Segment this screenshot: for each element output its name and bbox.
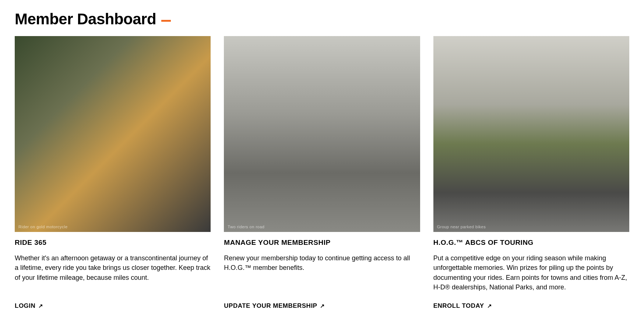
- card-description: Whether it's an afternoon getaway or a t…: [15, 253, 211, 292]
- link-label: ENROLL TODAY: [433, 302, 484, 310]
- page-title: Member Dashboard: [15, 10, 629, 28]
- card-title: RIDE 365: [15, 239, 211, 247]
- image-alt-label: Two riders on road: [228, 225, 264, 229]
- card-title: H.O.G.™ ABCS OF TOURING: [433, 239, 629, 247]
- card-image: Rider on gold motorcycle: [15, 36, 211, 232]
- card-image: Group near parked bikes: [433, 36, 629, 232]
- image-alt-label: Rider on gold motorcycle: [18, 225, 68, 229]
- card-image: Two riders on road: [224, 36, 420, 232]
- page-title-text: Member Dashboard: [15, 10, 156, 28]
- enroll-today-link[interactable]: ENROLL TODAY ↗: [433, 302, 629, 310]
- link-label: LOGIN: [15, 302, 35, 310]
- image-alt-label: Group near parked bikes: [437, 225, 486, 229]
- update-membership-link[interactable]: UPDATE YOUR MEMBERSHIP ↗: [224, 302, 420, 310]
- login-link[interactable]: LOGIN ↗: [15, 302, 211, 310]
- card-manage-membership: Two riders on road MANAGE YOUR MEMBERSHI…: [224, 36, 420, 310]
- card-description: Renew your membership today to continue …: [224, 253, 420, 292]
- card-description: Put a competitive edge on your riding se…: [433, 253, 629, 292]
- arrow-up-right-icon: ↗: [320, 303, 325, 309]
- dashboard-cards: Rider on gold motorcycle RIDE 365 Whethe…: [15, 36, 629, 310]
- link-label: UPDATE YOUR MEMBERSHIP: [224, 302, 317, 310]
- card-title: MANAGE YOUR MEMBERSHIP: [224, 239, 420, 247]
- arrow-up-right-icon: ↗: [38, 303, 43, 309]
- title-dash-icon: [161, 20, 171, 22]
- card-ride-365: Rider on gold motorcycle RIDE 365 Whethe…: [15, 36, 211, 310]
- arrow-up-right-icon: ↗: [487, 303, 492, 309]
- card-abcs-touring: Group near parked bikes H.O.G.™ ABCS OF …: [433, 36, 629, 310]
